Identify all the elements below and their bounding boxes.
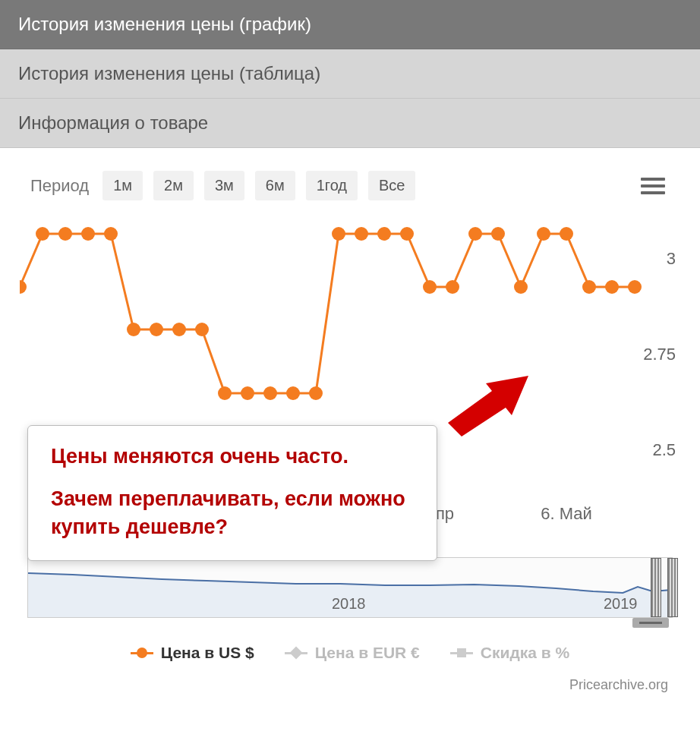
svg-point-19 xyxy=(446,280,459,294)
svg-point-5 xyxy=(127,323,140,336)
callout-line-2: Зачем переплачивать, если можно купить д… xyxy=(51,485,414,540)
svg-point-16 xyxy=(377,227,391,241)
legend-usd[interactable]: Цена в US $ xyxy=(131,644,254,662)
svg-point-11 xyxy=(263,386,277,400)
promo-callout: Цены меняются очень часто. Зачем перепла… xyxy=(27,425,437,561)
square-marker-icon xyxy=(450,652,473,654)
legend: Цена в US $ Цена в EUR € Скидка в % xyxy=(12,644,688,662)
svg-point-10 xyxy=(241,386,254,400)
svg-point-24 xyxy=(560,227,573,241)
svg-point-25 xyxy=(582,280,596,294)
svg-point-0 xyxy=(20,280,27,294)
callout-line-1: Цены меняются очень часто. xyxy=(51,443,414,470)
legend-eur[interactable]: Цена в EUR € xyxy=(285,644,420,662)
svg-point-18 xyxy=(423,280,437,294)
svg-point-4 xyxy=(104,227,118,241)
svg-point-14 xyxy=(332,227,345,241)
y-tick: 2.5 xyxy=(652,440,676,460)
legend-label: Цена в EUR € xyxy=(315,644,420,662)
period-label: Период xyxy=(30,176,89,196)
diamond-marker-icon xyxy=(285,652,307,654)
nav-handle-left[interactable] xyxy=(651,558,661,617)
svg-marker-28 xyxy=(448,376,528,436)
navigator-chart[interactable]: 2018 2019 xyxy=(27,557,673,618)
tab-price-table[interactable]: История изменения цены (таблица) xyxy=(0,49,700,99)
period-1y[interactable]: 1год xyxy=(306,171,358,200)
period-3m[interactable]: 3м xyxy=(204,171,244,200)
svg-point-17 xyxy=(400,227,414,241)
nav-year: 2019 xyxy=(604,595,638,613)
svg-point-26 xyxy=(605,280,619,294)
period-toolbar: Период 1м 2м 3м 6м 1год Все xyxy=(12,163,688,216)
tab-product-info[interactable]: Информация о товаре xyxy=(0,99,700,148)
circle-marker-icon xyxy=(131,652,153,654)
chart-container: Период 1м 2м 3м 6м 1год Все 3 2.75 2.5 п… xyxy=(0,148,700,701)
svg-point-9 xyxy=(218,386,232,400)
legend-discount[interactable]: Скидка в % xyxy=(450,644,569,662)
x-tick: пр xyxy=(436,504,454,524)
svg-point-13 xyxy=(309,386,323,400)
tab-price-chart[interactable]: История изменения цены (график) xyxy=(0,0,700,49)
svg-point-20 xyxy=(468,227,482,241)
svg-point-23 xyxy=(537,227,550,241)
period-2m[interactable]: 2м xyxy=(153,171,194,200)
svg-point-15 xyxy=(355,227,368,241)
arrow-icon xyxy=(448,368,531,440)
period-1m[interactable]: 1м xyxy=(102,171,143,200)
period-all[interactable]: Все xyxy=(368,171,415,200)
nav-year: 2018 xyxy=(332,595,366,613)
svg-point-8 xyxy=(195,323,209,336)
footer-attribution: Pricearchive.org xyxy=(12,662,688,693)
svg-point-12 xyxy=(286,386,300,400)
nav-scroll-grip[interactable] xyxy=(632,618,669,628)
svg-point-3 xyxy=(81,227,95,241)
x-tick: 6. Май xyxy=(541,504,592,524)
svg-point-2 xyxy=(58,227,72,241)
svg-point-22 xyxy=(514,280,528,294)
svg-point-1 xyxy=(36,227,49,241)
svg-point-27 xyxy=(628,280,642,294)
svg-point-7 xyxy=(172,323,186,336)
y-tick: 3 xyxy=(667,249,676,269)
chart-menu-icon[interactable] xyxy=(636,173,670,199)
legend-label: Скидка в % xyxy=(481,644,569,662)
legend-label: Цена в US $ xyxy=(161,644,254,662)
svg-point-21 xyxy=(491,227,505,241)
period-6m[interactable]: 6м xyxy=(255,171,295,200)
svg-point-6 xyxy=(150,323,163,336)
nav-handle-right[interactable] xyxy=(667,558,678,617)
y-tick: 2.75 xyxy=(643,345,676,364)
